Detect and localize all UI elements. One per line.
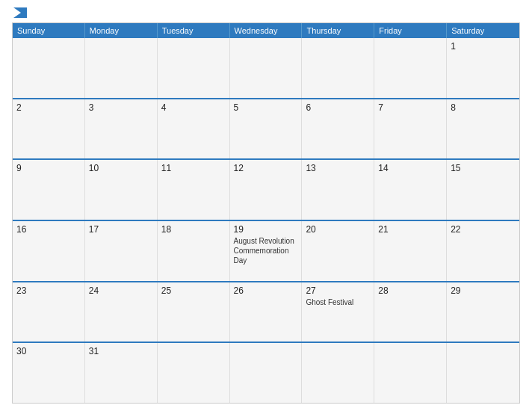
day-cell: 22 [447, 221, 519, 281]
calendar: SundayMondayTuesdayWednesdayThursdayFrid… [12, 22, 520, 404]
day-number: 1 [451, 41, 516, 52]
day-cell: 11 [158, 160, 230, 220]
day-header-monday: Monday [85, 23, 158, 38]
event-label: Ghost Festival [306, 297, 370, 307]
event-label: August Revolution Commemoration Day [234, 236, 298, 265]
day-number: 13 [306, 163, 370, 173]
day-cell: 13 [302, 160, 374, 220]
day-cell: 19August Revolution Commemoration Day [230, 221, 303, 281]
day-cell [13, 38, 85, 98]
day-cell: 18 [158, 221, 230, 281]
day-cell: 17 [85, 221, 158, 281]
day-number: 25 [161, 285, 226, 296]
day-number: 18 [161, 224, 226, 235]
day-cell: 21 [374, 221, 447, 281]
day-cell: 30 [13, 343, 85, 403]
day-number: 4 [161, 102, 226, 113]
day-cell: 14 [374, 160, 447, 220]
day-cell: 2 [13, 99, 85, 159]
day-number: 27 [306, 285, 370, 296]
header [12, 7, 520, 18]
day-cell: 3 [85, 99, 158, 159]
day-cell [302, 343, 374, 403]
day-number: 10 [89, 163, 153, 173]
day-number: 19 [234, 224, 298, 235]
day-number: 30 [16, 346, 81, 356]
day-cell: 27Ghost Festival [302, 282, 374, 342]
day-cell [230, 343, 303, 403]
day-number: 8 [451, 102, 516, 113]
week-row-2: 2345678 [13, 98, 519, 159]
week-row-5: 2324252627Ghost Festival2829 [13, 281, 519, 342]
day-number: 16 [16, 224, 81, 235]
day-header-wednesday: Wednesday [230, 23, 303, 38]
day-number: 12 [234, 163, 298, 173]
day-header-saturday: Saturday [447, 23, 519, 38]
week-row-1: 1 [13, 38, 519, 98]
day-number: 28 [378, 285, 442, 296]
day-number: 15 [451, 163, 516, 173]
day-number: 9 [16, 163, 81, 173]
logo-flag-icon [13, 7, 27, 18]
day-cell: 1 [447, 38, 519, 98]
day-cell: 7 [374, 99, 447, 159]
calendar-body: 12345678910111213141516171819August Revo… [13, 38, 519, 403]
day-number: 7 [378, 102, 442, 113]
day-number: 29 [451, 285, 516, 296]
day-cell: 5 [230, 99, 303, 159]
day-cell [374, 38, 447, 98]
week-row-6: 3031 [13, 342, 519, 403]
day-cell: 24 [85, 282, 158, 342]
day-number: 5 [234, 102, 298, 113]
day-number: 14 [378, 163, 442, 173]
day-number: 23 [16, 285, 81, 296]
day-cell: 4 [158, 99, 230, 159]
logo [12, 7, 28, 18]
day-number: 26 [234, 285, 298, 296]
day-cell: 16 [13, 221, 85, 281]
day-cell: 20 [302, 221, 374, 281]
day-cell: 12 [230, 160, 303, 220]
day-header-tuesday: Tuesday [158, 23, 230, 38]
day-number: 21 [378, 224, 442, 235]
day-headers-row: SundayMondayTuesdayWednesdayThursdayFrid… [13, 23, 519, 38]
day-cell: 26 [230, 282, 303, 342]
day-cell [230, 38, 303, 98]
day-number: 17 [89, 224, 153, 235]
day-cell: 29 [447, 282, 519, 342]
day-cell [302, 38, 374, 98]
day-number: 22 [451, 224, 516, 235]
day-cell: 9 [13, 160, 85, 220]
day-cell: 23 [13, 282, 85, 342]
day-cell: 8 [447, 99, 519, 159]
calendar-page: SundayMondayTuesdayWednesdayThursdayFrid… [0, 0, 532, 411]
day-number: 24 [89, 285, 153, 296]
day-cell [85, 38, 158, 98]
week-row-3: 9101112131415 [13, 158, 519, 220]
day-cell [158, 38, 230, 98]
day-header-friday: Friday [374, 23, 447, 38]
day-number: 3 [89, 102, 153, 113]
day-number: 2 [16, 102, 81, 113]
day-number: 6 [306, 102, 370, 113]
day-cell: 6 [302, 99, 374, 159]
day-number: 31 [89, 346, 153, 356]
week-row-4: 16171819August Revolution Commemoration … [13, 220, 519, 281]
day-cell [374, 343, 447, 403]
day-cell: 10 [85, 160, 158, 220]
day-cell: 31 [85, 343, 158, 403]
day-header-sunday: Sunday [13, 23, 85, 38]
day-cell: 28 [374, 282, 447, 342]
day-header-thursday: Thursday [302, 23, 374, 38]
day-cell: 25 [158, 282, 230, 342]
day-cell [447, 343, 519, 403]
day-cell [158, 343, 230, 403]
day-number: 11 [161, 163, 226, 173]
day-cell: 15 [447, 160, 519, 220]
day-number: 20 [306, 224, 370, 235]
